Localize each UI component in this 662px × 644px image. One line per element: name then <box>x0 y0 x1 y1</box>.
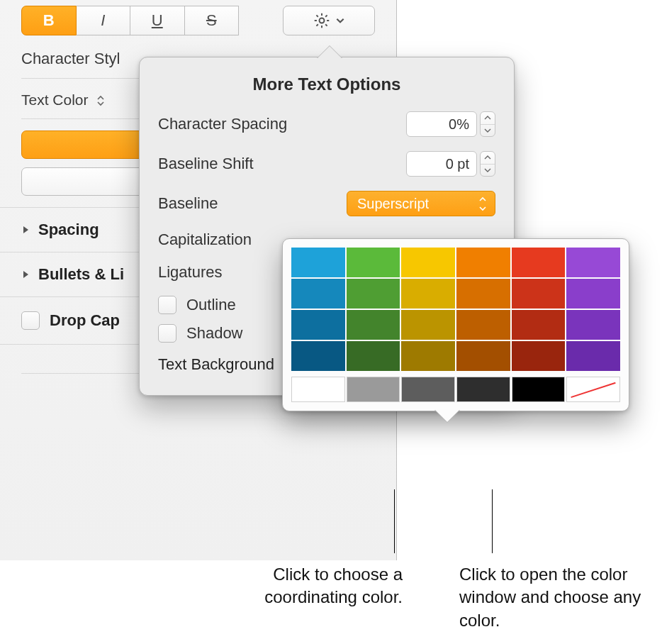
color-swatch[interactable] <box>512 341 566 371</box>
color-swatch[interactable] <box>347 248 400 277</box>
svg-line-7 <box>316 24 318 26</box>
drop-cap-checkbox[interactable] <box>21 311 40 330</box>
svg-line-8 <box>325 15 327 16</box>
color-swatch[interactable] <box>566 341 620 371</box>
strikethrough-button[interactable]: S <box>185 6 240 35</box>
color-swatch[interactable] <box>291 248 345 277</box>
color-swatch[interactable] <box>456 248 510 277</box>
popover-title: More Text Options <box>158 74 495 94</box>
color-swatch[interactable] <box>566 279 620 309</box>
color-swatch[interactable] <box>401 341 455 371</box>
text-color-label: Text Color <box>21 91 89 108</box>
color-swatch[interactable] <box>347 279 400 309</box>
chevron-down-icon <box>481 125 495 137</box>
stepper-buttons[interactable] <box>480 151 495 177</box>
gear-icon <box>313 11 331 30</box>
color-swatch[interactable] <box>347 310 400 340</box>
drop-cap-label: Drop Cap <box>50 311 120 330</box>
capitalization-label: Capitalization <box>158 231 252 249</box>
character-spacing-label: Character Spacing <box>158 115 287 133</box>
color-palette-greyscale-row <box>291 377 620 402</box>
updown-caret-icon <box>476 194 489 213</box>
spacing-label: Spacing <box>38 221 99 239</box>
no-color-swatch[interactable] <box>566 377 620 402</box>
shadow-checkbox[interactable] <box>158 324 176 343</box>
ligatures-label: Ligatures <box>158 263 223 282</box>
color-swatch[interactable] <box>512 310 566 340</box>
color-swatch[interactable] <box>456 377 510 402</box>
baseline-value: Superscript <box>357 196 429 212</box>
color-palette-popover <box>282 238 629 411</box>
chevron-up-icon <box>481 112 495 125</box>
text-format-segmented: B I U S <box>21 6 375 35</box>
outline-label: Outline <box>186 296 236 314</box>
color-swatch[interactable] <box>512 377 566 402</box>
color-palette-grid <box>291 248 620 371</box>
underline-button[interactable]: U <box>130 6 185 35</box>
baseline-row: Baseline Superscript <box>158 191 495 216</box>
stepper-buttons[interactable] <box>480 111 495 137</box>
italic-button[interactable]: I <box>77 6 131 35</box>
baseline-shift-label: Baseline Shift <box>158 155 254 173</box>
svg-line-5 <box>316 15 318 16</box>
color-swatch[interactable] <box>456 310 510 340</box>
color-swatch[interactable] <box>456 279 510 309</box>
color-swatch[interactable] <box>347 377 400 402</box>
more-text-options-button[interactable] <box>283 6 375 35</box>
color-swatch[interactable] <box>291 310 345 340</box>
color-swatch[interactable] <box>566 310 620 340</box>
bold-button[interactable]: B <box>21 6 77 35</box>
color-swatch[interactable] <box>401 248 455 277</box>
shadow-label: Shadow <box>186 324 243 343</box>
text-background-label: Text Background <box>158 355 274 374</box>
bullets-lists-label: Bullets & Li <box>38 265 124 284</box>
baseline-shift-value[interactable]: 0 pt <box>406 151 477 177</box>
character-spacing-stepper[interactable]: 0% <box>406 111 495 137</box>
chevron-down-icon <box>335 16 345 26</box>
color-swatch[interactable] <box>291 341 345 371</box>
color-swatch[interactable] <box>347 341 400 371</box>
baseline-select[interactable]: Superscript <box>347 191 495 216</box>
callout-text-left: Click to choose a coordinating color. <box>197 563 403 609</box>
baseline-shift-row: Baseline Shift 0 pt <box>158 151 495 177</box>
color-swatch[interactable] <box>512 248 566 277</box>
svg-line-6 <box>325 24 327 26</box>
color-swatch[interactable] <box>401 310 455 340</box>
callout-leader-line <box>492 489 493 553</box>
color-swatch[interactable] <box>512 279 566 309</box>
disclosure-triangle-icon <box>21 226 30 234</box>
disclosure-triangle-icon <box>21 270 30 279</box>
outline-checkbox[interactable] <box>158 296 176 314</box>
color-swatch[interactable] <box>401 279 455 309</box>
baseline-label: Baseline <box>158 194 218 213</box>
color-swatch[interactable] <box>456 341 510 371</box>
updown-caret-icon <box>96 94 105 107</box>
color-swatch[interactable] <box>291 377 345 402</box>
chevron-down-icon <box>481 165 495 177</box>
svg-point-0 <box>320 18 325 23</box>
callout-text-right: Click to open the color window and choos… <box>459 563 658 632</box>
color-swatch[interactable] <box>566 248 620 277</box>
character-spacing-row: Character Spacing 0% <box>158 111 495 137</box>
color-swatch[interactable] <box>291 279 345 309</box>
chevron-up-icon <box>481 152 495 165</box>
character-spacing-value[interactable]: 0% <box>406 111 477 137</box>
baseline-shift-stepper[interactable]: 0 pt <box>406 151 495 177</box>
callout-leader-line <box>394 489 395 553</box>
color-swatch[interactable] <box>401 377 455 402</box>
